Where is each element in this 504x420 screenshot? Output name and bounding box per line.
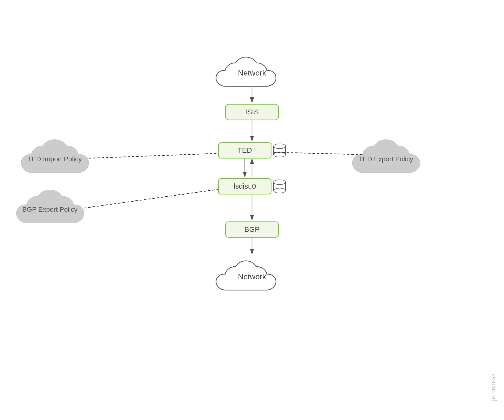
ted-export-policy-label: TED Export Policy [359, 155, 413, 163]
lsdist-db-icon [274, 180, 286, 193]
dotted-bgp-export [84, 189, 218, 208]
diagram: Network ISIS TED lsdist.0 [0, 0, 504, 420]
svg-point-7 [274, 180, 286, 185]
bgp-label: BGP [244, 225, 259, 233]
svg-point-6 [274, 188, 286, 193]
ted-label: TED [238, 146, 252, 154]
dotted-ted-import [89, 153, 218, 158]
ted-import-policy-label: TED Import Policy [28, 155, 82, 163]
network-top-label: Network [238, 69, 266, 77]
svg-point-2 [274, 152, 286, 157]
isis-label: ISIS [245, 108, 259, 116]
lsdist-label: lsdist.0 [234, 182, 256, 190]
ted-db-icon [274, 144, 286, 157]
svg-point-3 [274, 144, 286, 149]
bgp-export-policy-label: BGP Export Policy [22, 206, 78, 213]
network-bottom-label: Network [238, 272, 266, 281]
watermark: jn-000253 [491, 373, 497, 401]
